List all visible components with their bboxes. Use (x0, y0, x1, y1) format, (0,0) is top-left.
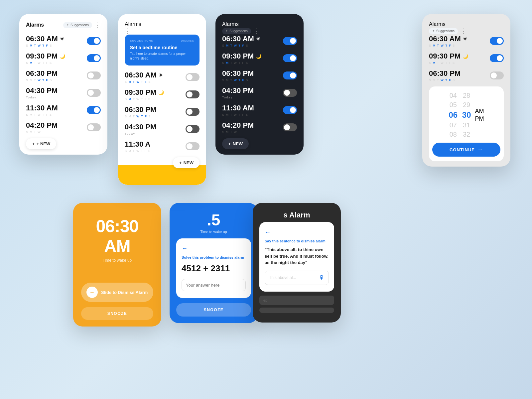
alarm-toggle[interactable] (87, 37, 101, 45)
suggestion-banner[interactable]: SUGGESTIONS DISMISS Set a bedtime routin… (125, 35, 200, 66)
card-dark-alarms: Alarms Suggestions ⋮ 06:30 AM ☀S M T W T… (215, 14, 304, 155)
slide-arrow-icon: → (86, 287, 98, 298)
firing-time: 06:30 AM (81, 216, 153, 256)
alarm-time: 04:20 PM (26, 121, 87, 130)
speech-input-row[interactable]: This above al... 🎙 (265, 271, 329, 285)
new-alarm-button[interactable]: + NEW (222, 138, 249, 149)
header-right: Suggestions ⋮ (63, 21, 101, 29)
alarm-row: 04:30 PMToday (222, 86, 297, 99)
header-right: ⋮ (125, 27, 200, 35)
back-button[interactable]: ← (182, 245, 246, 252)
continue-button[interactable]: CONTINUE → (432, 143, 500, 157)
card-title: Alarms (26, 22, 44, 28)
alarm-toggle[interactable] (490, 71, 504, 79)
alarm-row: 04:30 PM Today (26, 86, 101, 99)
alarm-time: 06:30 PM (26, 69, 87, 78)
alarm-row: 06:30 AM ☀S M T W T F S (429, 35, 504, 47)
alarm-toggle[interactable] (87, 106, 101, 114)
alarm-toggle[interactable] (186, 90, 200, 98)
alarm-toggle[interactable] (283, 106, 297, 114)
banner-desc: Tap here to create alarms for a proper n… (130, 52, 194, 61)
alarm-toggle[interactable] (283, 37, 297, 45)
card-speech-challenge: s Alarm ← Say this sentence to dismiss a… (253, 203, 341, 323)
more-options-icon[interactable]: ⋮ (95, 21, 101, 29)
mic-icon[interactable]: 🎙 (319, 274, 325, 281)
alarm-time: 06:30 AM ☀ (26, 35, 87, 43)
alarm-days: S M T W T F S (26, 78, 87, 82)
header-right: Suggestions ⋮ (429, 27, 504, 35)
suggestions-pill[interactable]: Suggestions (429, 28, 458, 34)
speech-inner-card: ← Say this sentence to dismiss alarm "Th… (259, 222, 334, 292)
snooze-button[interactable]: SNOOZE (176, 303, 251, 317)
dismiss-input1[interactable]: ep. (259, 296, 334, 305)
alarm-row: 04:20 PM S M T W (26, 121, 101, 134)
math-inner-card: ← Solve this problem to dismiss alarm 45… (176, 238, 251, 298)
more-options-icon[interactable]: ⋮ (461, 27, 466, 35)
alarm-toggle[interactable] (87, 54, 101, 62)
slide-dismiss[interactable]: → Slide to Dismiss Alarm (81, 283, 153, 302)
wake-label: Time to wake up (176, 230, 251, 234)
card-header: Alarms Suggestions ⋮ (26, 21, 101, 29)
alarm-toggle[interactable] (283, 89, 297, 97)
alarm-toggle[interactable] (283, 71, 297, 79)
plus-icon: + (32, 141, 35, 147)
alarm-info: 04:30 PM Today (26, 86, 87, 99)
time-display: .5 (176, 211, 251, 229)
alarm-toggle[interactable] (87, 123, 101, 131)
math-problem: 4512 + 2311 (182, 263, 246, 274)
card-gray-alarms: Alarms Suggestions ⋮ 06:30 AM ☀S M T W T… (422, 14, 510, 167)
alarm-toggle[interactable] (186, 73, 200, 81)
snooze-button[interactable]: SNOOZE (81, 307, 153, 320)
alarm-row: 06:30 PMS M T W T F S (222, 69, 297, 82)
alarm-days: S M T W T F S (26, 113, 87, 116)
sun-icon: ☀ (60, 36, 64, 42)
alarm-row: 09:30 PM 🌙S M T W T F S (429, 52, 504, 65)
card-title: Alarms (125, 21, 141, 27)
card-math-challenge: .5 Time to wake up ← Solve this problem … (170, 203, 258, 323)
suggestions-pill[interactable]: Suggestions (222, 28, 251, 34)
back-button[interactable]: ← (265, 229, 329, 236)
alarm-row: 04:30 PMToday (125, 123, 200, 135)
alarm-toggle[interactable] (186, 125, 200, 133)
minutes-col: 28 29 30 31 32 (462, 91, 471, 139)
banner-title: Set a bedtime routine (130, 45, 194, 50)
alarm-row: 06:30 AM ☀S M T W T F S (125, 71, 200, 83)
alarm-info: 11:30 AM S M T W T F S (26, 104, 87, 116)
alarm-toggle[interactable] (87, 89, 101, 97)
time-picker: 04 05 06 07 08 : 28 29 30 31 32 AM PM CO… (429, 86, 504, 161)
math-answer-input[interactable] (182, 279, 246, 291)
alarm-toggle[interactable] (283, 54, 297, 62)
alarm-row: 06:30 PM S M T W T F S (26, 69, 101, 82)
alarm-toggle[interactable] (186, 142, 200, 150)
alarm-days: S M T W T F S (26, 44, 87, 47)
alarm-info: 06:30 AM ☀ S M T W T F S (26, 35, 87, 47)
arrow-right-icon: → (477, 147, 483, 153)
speech-text: "This above all: to thine own self be tr… (265, 246, 329, 266)
alarm-toggle[interactable] (490, 54, 504, 62)
moon-icon: 🌙 (60, 54, 65, 59)
card-title: Alarms (429, 21, 446, 27)
alarm-info: 06:30 PM S M T W T F S (26, 69, 87, 82)
alarm-info: 09:30 PM 🌙 S M T W T F S (26, 52, 87, 65)
new-alarm-button[interactable]: + + NEW (26, 138, 56, 149)
new-alarm-button[interactable]: + NEW (173, 157, 200, 168)
alarm-time: 04:30 PM (26, 86, 87, 95)
more-options-icon[interactable]: ⋮ (125, 27, 131, 35)
alarm-row: 11:30 AS M T W T F S (125, 140, 200, 153)
alarm-row: 04:20 PMS M T W (222, 121, 297, 134)
alarm-toggle[interactable] (490, 37, 504, 45)
ampm-col: AM PM (475, 108, 484, 122)
alarm-toggle[interactable] (87, 71, 101, 79)
suggestions-pill[interactable]: Suggestions (63, 22, 92, 28)
alarm-row: 11:30 AMS M T W T F S (222, 104, 297, 116)
card-title: Alarms (222, 21, 239, 27)
alarm-row: 09:30 PM 🌙 S M T W T F S (26, 52, 101, 65)
dismiss-input2[interactable] (259, 308, 334, 313)
time-separator: : (459, 110, 461, 118)
alarm-row: 11:30 AM S M T W T F S (26, 104, 101, 116)
alarm-row: 09:30 PM 🌙S M T W T F S (125, 88, 200, 101)
alarm-toggle[interactable] (186, 108, 200, 116)
alarm-row: 09:30 PM 🌙S M T W T F S (222, 52, 297, 65)
alarm-toggle[interactable] (283, 123, 297, 131)
more-options-icon[interactable]: ⋮ (254, 27, 260, 35)
